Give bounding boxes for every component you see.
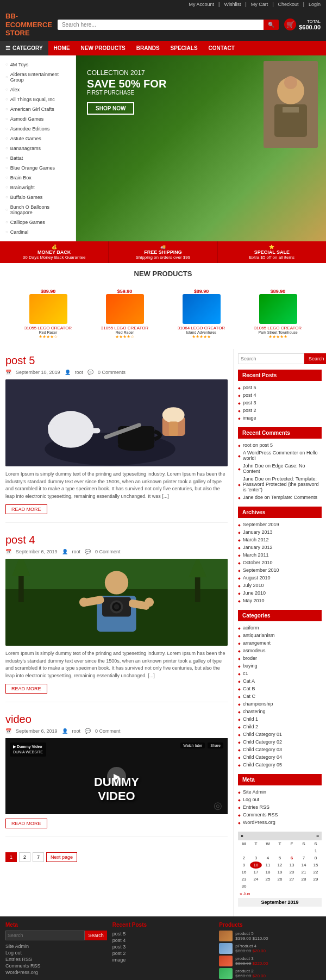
video-read-more[interactable]: READ MORE (5, 819, 47, 828)
cal-day-26[interactable]: 26 (274, 876, 286, 883)
category-item-asmodee[interactable]: Asmodee Editions (0, 124, 76, 134)
archive-3[interactable]: January 2012 (238, 544, 322, 551)
calendar-next-icon[interactable]: » (316, 833, 319, 839)
cat-child-cat-01[interactable]: Child Category 01 (238, 731, 322, 738)
cal-day-1[interactable]: 1 (310, 847, 322, 854)
cal-day-13[interactable]: 13 (286, 862, 298, 869)
meta-site-admin[interactable]: Site Admin (238, 788, 322, 796)
cal-day-20[interactable]: 20 (286, 869, 298, 876)
cat-championship[interactable]: championship (238, 700, 322, 708)
cal-day-22[interactable]: 22 (310, 869, 322, 876)
nav-new-products[interactable]: NEW PRODUCTS (76, 41, 131, 55)
cat-child-cat-04[interactable]: Child Category 04 (238, 753, 322, 761)
wishlist-link[interactable]: Wishlist (224, 2, 241, 7)
nav-brands[interactable]: BRANDS (131, 41, 165, 55)
category-item-brainwright[interactable]: Brainwright (0, 183, 76, 192)
my-account-link[interactable]: My Account (189, 2, 215, 7)
cat-broder[interactable]: broder (238, 654, 322, 662)
page-7-button[interactable]: 7 (33, 852, 44, 862)
cat-c[interactable]: Cat C (238, 692, 322, 700)
category-item-allthings[interactable]: All Things Equal, Inc (0, 95, 76, 104)
search-input[interactable] (58, 20, 264, 30)
category-item-battat[interactable]: Battat (0, 153, 76, 163)
cal-day-2[interactable]: 2 (238, 854, 250, 862)
next-page-button[interactable]: Next page (46, 852, 77, 862)
cat-b[interactable]: Cat B (238, 685, 322, 692)
cat-child-cat-05[interactable]: Child Category 05 (238, 761, 322, 769)
footer-meta-1[interactable]: Log out (5, 950, 107, 956)
cal-day-14[interactable]: 14 (298, 862, 310, 869)
category-toggle[interactable]: ☰ CATEGORY (0, 41, 48, 55)
footer-search-input[interactable] (5, 931, 85, 940)
cat-antiquarianism[interactable]: antiquarianism (238, 632, 322, 639)
footer-product-1[interactable]: pProduct 4 $800.00 $20.00 (219, 943, 321, 954)
footer-post-1[interactable]: post 4 (112, 937, 214, 944)
meta-comments-rss[interactable]: Comments RSS (238, 811, 322, 819)
cal-day-28[interactable]: 28 (298, 876, 310, 883)
cat-child-cat-03[interactable]: Child Category 03 (238, 746, 322, 753)
archive-2[interactable]: March 2012 (238, 536, 322, 544)
cal-day-17[interactable]: 17 (250, 869, 262, 876)
calendar-prev-icon[interactable]: « (241, 833, 243, 839)
cal-day-23[interactable]: 23 (238, 876, 250, 883)
cat-c1[interactable]: c1 (238, 670, 322, 677)
cal-day-3[interactable]: 3 (250, 854, 262, 862)
cat-child1[interactable]: Child 1 (238, 715, 322, 723)
cal-day-7[interactable]: 7 (298, 854, 310, 862)
post-4-read-more[interactable]: READ MORE (5, 684, 47, 694)
archive-5[interactable]: October 2010 (238, 559, 322, 566)
category-item-astute[interactable]: Astute Games (0, 134, 76, 143)
archive-0[interactable]: September 2019 (238, 521, 322, 528)
category-item-bananagrams[interactable]: Bananagrams (0, 143, 76, 153)
archive-9[interactable]: June 2010 (238, 589, 322, 597)
sidebar-search-input[interactable] (238, 353, 304, 364)
page-1-button[interactable]: 1 (5, 852, 17, 862)
cal-day-10[interactable]: 10 (250, 862, 262, 869)
cat-child2[interactable]: Child 2 (238, 723, 322, 731)
cat-arrangement[interactable]: arrangement (238, 639, 322, 647)
checkout-link[interactable]: Checkout (278, 2, 299, 7)
cart-icon[interactable]: 🛒 (284, 18, 296, 30)
cal-day-12[interactable]: 12 (274, 862, 286, 869)
recent-post-1[interactable]: post 4 (238, 391, 322, 399)
nav-home[interactable]: HOME (48, 41, 76, 55)
cat-chastering[interactable]: chastering (238, 708, 322, 715)
post-5-read-more[interactable]: READ MORE (5, 504, 47, 514)
category-item-alderas[interactable]: Alderas Entertainment Group (0, 70, 76, 85)
footer-post-3[interactable]: post 2 (112, 950, 214, 957)
login-link[interactable]: Login (309, 2, 321, 7)
archive-8[interactable]: July 2010 (238, 582, 322, 589)
play-button-icon[interactable]: ▶ (107, 767, 126, 786)
cat-aciform[interactable]: aciform (238, 624, 322, 632)
nav-specials[interactable]: SPECIALS (165, 41, 203, 55)
archive-4[interactable]: March 2011 (238, 551, 322, 559)
calendar-jun-link[interactable]: « Jun (238, 890, 322, 898)
meta-wordpress[interactable]: WordPress.org (238, 819, 322, 826)
cal-day-30[interactable]: 30 (238, 883, 250, 890)
archive-10[interactable]: May 2010 (238, 597, 322, 604)
recent-post-2[interactable]: post 3 (238, 399, 322, 407)
footer-search-button[interactable]: Search (85, 931, 107, 940)
footer-meta-2[interactable]: Entries RSS (5, 956, 107, 963)
product-card-0[interactable]: $89.90 31055 LEGO CREATOR Red Racer ★★★★… (12, 289, 84, 340)
cat-a[interactable]: Cat A (238, 677, 322, 685)
watch-later-btn[interactable]: Watch later (180, 742, 205, 748)
footer-product-2[interactable]: product 3 $380.00 $220.00 (219, 956, 321, 966)
cal-day-4[interactable]: 4 (262, 854, 274, 862)
footer-product-0[interactable]: product 5 $399.00 $110.00 (219, 931, 321, 941)
category-item-calliope[interactable]: Calliope Games (0, 217, 76, 227)
category-item-buffalo[interactable]: Buffalo Games (0, 192, 76, 202)
archive-6[interactable]: September 2010 (238, 566, 322, 574)
shop-now-button[interactable]: SHOP NOW (87, 102, 134, 115)
category-item-4m[interactable]: 4M Toys (0, 60, 76, 70)
footer-meta-0[interactable]: Site Admin (5, 943, 107, 950)
category-item-bunch[interactable]: Bunch O Balloons Singapore (0, 202, 76, 217)
cat-asmodeus[interactable]: asmodeus (238, 647, 322, 654)
product-card-1[interactable]: $59.90 31055 LEGO CREATOR Red Racer ★★★★… (89, 289, 161, 340)
meta-log-out[interactable]: Log out (238, 796, 322, 803)
category-item-brain-box[interactable]: Brain Box (0, 173, 76, 183)
category-item-alex[interactable]: Alex (0, 85, 76, 95)
category-item-cardinal[interactable]: Cardinal (0, 227, 76, 237)
recent-post-0[interactable]: post 5 (238, 384, 322, 391)
cal-day-15[interactable]: 15 (310, 862, 322, 869)
